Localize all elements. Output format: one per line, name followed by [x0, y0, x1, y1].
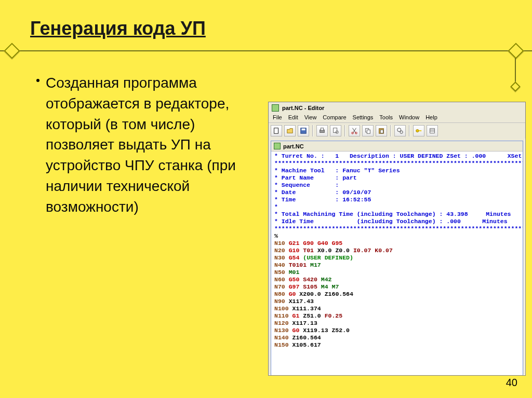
- svg-point-7: [352, 132, 354, 134]
- menu-view[interactable]: View: [304, 114, 317, 122]
- menu-window[interactable]: Window: [399, 114, 419, 122]
- menu-edit[interactable]: Edit: [288, 114, 298, 122]
- find-icon[interactable]: [394, 125, 406, 136]
- preview-icon[interactable]: [330, 125, 341, 136]
- slide-title: Генерация кода УП: [30, 18, 206, 39]
- menu-compare[interactable]: Compare: [323, 114, 346, 122]
- menu-settings[interactable]: Settings: [353, 114, 374, 122]
- cut-icon[interactable]: [349, 125, 360, 136]
- key-icon[interactable]: [413, 125, 424, 136]
- toolbar: [269, 123, 525, 139]
- copy-icon[interactable]: [362, 125, 374, 136]
- slide-title-row: Генерация кода УП: [0, 18, 532, 44]
- menu-help[interactable]: Help: [425, 114, 437, 122]
- toolbar-sep: [312, 125, 313, 136]
- svg-rect-16: [419, 130, 421, 131]
- svg-rect-2: [302, 129, 305, 131]
- editor-window: part.NC - Editor File Edit View Compare …: [268, 102, 526, 376]
- svg-point-14: [400, 131, 403, 133]
- document-tab[interactable]: part.NC: [271, 141, 523, 152]
- save-icon[interactable]: [298, 125, 309, 136]
- diamond-left-icon: [4, 43, 20, 59]
- bullet-column: Созданная программа отображается в редак…: [33, 73, 262, 217]
- bullet-dot-icon: [36, 79, 39, 82]
- svg-rect-17: [430, 129, 435, 133]
- doc-icon: [274, 143, 281, 149]
- toolbar-sep: [409, 125, 410, 136]
- toolbar-sep: [344, 125, 345, 136]
- window-title: part.NC - Editor: [282, 105, 324, 111]
- svg-point-15: [416, 129, 419, 132]
- bullet-item: Созданная программа отображается в редак…: [33, 73, 262, 217]
- settings-icon[interactable]: [427, 125, 438, 136]
- svg-point-8: [355, 132, 357, 134]
- svg-rect-0: [274, 128, 278, 134]
- menu-tools[interactable]: Tools: [379, 114, 393, 122]
- svg-rect-12: [380, 130, 383, 133]
- diamond-right-icon: [508, 43, 524, 59]
- window-titlebar[interactable]: part.NC - Editor: [269, 102, 525, 114]
- open-icon[interactable]: [284, 125, 296, 136]
- menubar: File Edit View Compare Settings Tools Wi…: [269, 114, 525, 123]
- code-view[interactable]: * Turret No. : 1 Description : USER DEFI…: [271, 152, 523, 376]
- paste-icon[interactable]: [376, 125, 387, 136]
- app-icon: [272, 104, 279, 112]
- connector-line: [515, 58, 516, 83]
- svg-rect-5: [334, 128, 337, 133]
- menu-file[interactable]: File: [273, 114, 282, 122]
- title-rule: [0, 50, 532, 51]
- new-icon[interactable]: [271, 125, 282, 136]
- page-number: 40: [506, 377, 517, 389]
- bullet-text: Созданная программа отображается в редак…: [46, 73, 262, 217]
- document-tab-label: part.NC: [283, 143, 304, 149]
- toolbar-sep: [390, 125, 391, 136]
- diamond-small-icon: [510, 81, 521, 92]
- print-icon[interactable]: [316, 125, 328, 136]
- document-pane: part.NC * Turret No. : 1 Description : U…: [271, 141, 523, 376]
- svg-rect-10: [367, 130, 370, 133]
- svg-rect-4: [321, 128, 323, 130]
